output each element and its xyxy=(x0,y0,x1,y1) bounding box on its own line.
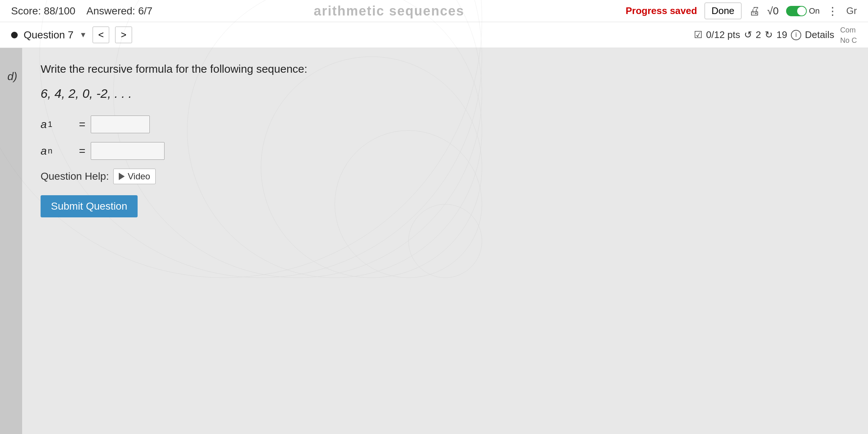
an-equals: = xyxy=(79,145,86,157)
next-question-button[interactable]: > xyxy=(115,27,132,43)
an-letter: a xyxy=(41,145,47,157)
score-text: Score: 88/100 xyxy=(11,5,75,17)
play-icon xyxy=(119,173,125,180)
header-left: Score: 88/100 Answered: 6/7 xyxy=(11,5,152,17)
toggle-switch[interactable] xyxy=(786,6,807,16)
an-label: an xyxy=(41,145,74,157)
page-title-partial: arithmetic sequences xyxy=(314,3,464,19)
a1-input[interactable] xyxy=(91,116,150,133)
question-help-row: Question Help: Video xyxy=(41,169,850,184)
prev-question-button[interactable]: < xyxy=(93,27,109,43)
undo-icon[interactable]: ↺ xyxy=(744,29,752,41)
a1-label: a1 xyxy=(41,118,74,131)
question-content: Write the recursive formula for the foll… xyxy=(41,63,850,217)
page-wrapper: Score: 88/100 Answered: 6/7 arithmetic s… xyxy=(0,0,868,434)
toggle-knob xyxy=(797,7,806,16)
header-bar: Score: 88/100 Answered: 6/7 arithmetic s… xyxy=(0,0,868,22)
an-input[interactable] xyxy=(91,142,165,160)
a1-row: a1 = xyxy=(41,116,850,133)
sub-header-right: ☑ 0/12 pts ↺ 2 ↻ 19 i Details Com No C xyxy=(694,25,857,45)
progress-saved: Progress saved xyxy=(626,5,697,17)
com-label: Com xyxy=(840,25,857,35)
help-label: Question Help: xyxy=(41,170,109,182)
an-row: an = xyxy=(41,142,850,160)
header-right: Progress saved Done 🖨 √0 On ⋮ Gr xyxy=(626,3,857,19)
toggle-on-label: On xyxy=(809,6,820,16)
question-dot xyxy=(11,32,18,38)
right-panel-labels: Com No C xyxy=(840,25,857,45)
left-label: d) xyxy=(0,48,22,434)
details-link[interactable]: Details xyxy=(805,29,834,41)
more-icon[interactable]: ⋮ xyxy=(827,4,839,17)
a1-equals: = xyxy=(79,118,86,131)
question-area: Write the recursive formula for the foll… xyxy=(22,48,868,434)
redo-icon[interactable]: ↻ xyxy=(765,29,773,41)
question-instruction: Write the recursive formula for the foll… xyxy=(41,63,850,75)
toggle-container: On xyxy=(786,6,820,16)
info-icon[interactable]: i xyxy=(791,30,801,40)
a1-subscript: 1 xyxy=(48,120,52,129)
sub-header: Question 7 ▼ < > ☑ 0/12 pts ↺ 2 ↻ 19 i D… xyxy=(0,22,868,48)
gr-label: Gr xyxy=(846,5,857,17)
question-label: Question 7 xyxy=(24,29,73,41)
pts-label: 0/12 pts xyxy=(706,29,740,41)
checkbox-icon: ☑ xyxy=(694,29,702,41)
a1-letter: a xyxy=(41,118,47,131)
sub-header-left: Question 7 ▼ < > xyxy=(11,27,132,43)
print-icon[interactable]: 🖨 xyxy=(749,5,760,17)
redo-count: 19 xyxy=(777,29,787,41)
undo-count: 2 xyxy=(756,29,761,41)
pts-info: ☑ 0/12 pts ↺ 2 ↻ 19 i Details xyxy=(694,29,834,41)
an-subscript: n xyxy=(48,146,52,156)
question-dropdown[interactable]: ▼ xyxy=(79,31,87,39)
answered-text: Answered: 6/7 xyxy=(86,5,152,17)
question-part-label: d) xyxy=(7,70,17,83)
sequence-display: 6, 4, 2, 0, -2, . . . xyxy=(41,86,850,101)
done-button[interactable]: Done xyxy=(705,3,741,19)
no-label: No C xyxy=(840,35,857,45)
submit-question-button[interactable]: Submit Question xyxy=(41,195,138,217)
sqrt-icon: √0 xyxy=(767,5,779,17)
main-content: d) Write the recursive formula for the f… xyxy=(0,48,868,434)
video-button[interactable]: Video xyxy=(113,169,156,184)
video-label: Video xyxy=(128,171,150,182)
